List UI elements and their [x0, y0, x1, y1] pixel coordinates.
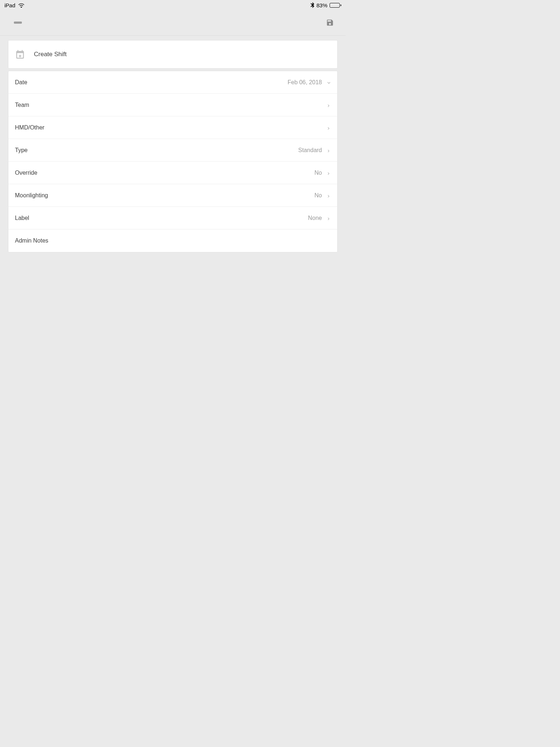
row-label[interactable]: Label None	[8, 207, 337, 229]
row-label-label: Label	[15, 215, 29, 221]
row-admin-notes-label: Admin Notes	[15, 237, 48, 244]
row-override[interactable]: Override No	[8, 162, 337, 184]
content: Create Shift Date Feb 06, 2018 Team HMD/…	[0, 36, 346, 257]
title-card: Create Shift	[8, 40, 338, 69]
chevron-right-icon	[326, 148, 331, 152]
status-bar: iPad 83%	[0, 0, 346, 9]
toolbar-left	[14, 22, 22, 24]
row-team[interactable]: Team	[8, 94, 337, 116]
row-label-value: None	[308, 215, 322, 221]
wifi-icon	[18, 3, 24, 8]
row-type[interactable]: Type Standard	[8, 139, 337, 162]
row-type-label: Type	[15, 147, 28, 154]
bluetooth-icon	[311, 2, 314, 8]
row-hmd-label: HMD/Other	[15, 124, 44, 131]
chevron-down-icon	[326, 80, 331, 85]
row-moonlighting-value: No	[315, 192, 322, 199]
row-override-label: Override	[15, 170, 37, 176]
row-date-label: Date	[15, 79, 27, 86]
page-title: Create Shift	[34, 51, 67, 58]
battery-icon	[330, 3, 341, 8]
row-type-value: Standard	[298, 147, 322, 154]
status-right: 83%	[311, 2, 341, 8]
row-admin-notes[interactable]: Admin Notes	[8, 229, 337, 252]
row-hmd[interactable]: HMD/Other	[8, 116, 337, 139]
calendar-add-icon	[15, 49, 25, 59]
device-label: iPad	[4, 2, 15, 8]
chevron-right-icon	[326, 216, 331, 220]
row-date-value: Feb 06, 2018	[288, 79, 322, 86]
row-team-label: Team	[15, 102, 29, 108]
row-date[interactable]: Date Feb 06, 2018	[8, 71, 337, 94]
chevron-right-icon	[326, 171, 331, 175]
chevron-right-icon	[326, 103, 331, 107]
save-button[interactable]	[326, 19, 334, 27]
row-moonlighting[interactable]: Moonlighting No	[8, 184, 337, 207]
form-card: Date Feb 06, 2018 Team HMD/Other	[8, 71, 338, 252]
chevron-right-icon	[326, 193, 331, 198]
toolbar	[0, 9, 346, 36]
collapse-button[interactable]	[14, 22, 22, 24]
battery-percent: 83%	[316, 2, 327, 8]
status-left: iPad	[4, 2, 24, 8]
chevron-right-icon	[326, 125, 331, 130]
row-override-value: No	[315, 170, 322, 176]
row-moonlighting-label: Moonlighting	[15, 192, 48, 199]
